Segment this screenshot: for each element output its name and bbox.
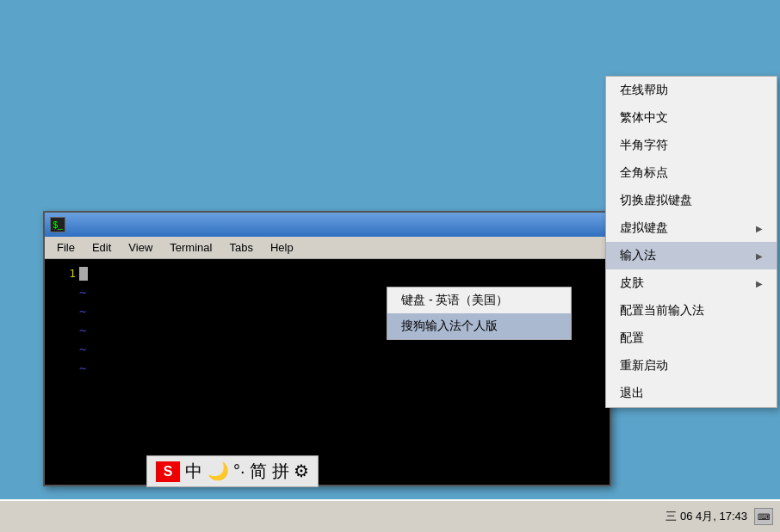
terminal-menubar: File Edit View Terminal Tabs Help: [45, 237, 610, 259]
terminal-gutter: 1: [48, 263, 79, 481]
input-method-popup[interactable]: 键盘 - 英语（美国） 搜狗输入法个人版: [387, 287, 572, 340]
menu-full-width-punct[interactable]: 全角标点: [606, 159, 777, 187]
menu-configure-current[interactable]: 配置当前输入法: [606, 297, 777, 325]
line-number: 1: [48, 264, 76, 283]
menu-restart[interactable]: 重新启动: [606, 352, 777, 380]
ime-text: 中 🌙 °· 简 拼 ⚙: [185, 460, 309, 483]
ime-logo: S: [156, 461, 180, 482]
menu-edit[interactable]: Edit: [84, 239, 120, 256]
menu-online-help[interactable]: 在线帮助: [606, 77, 777, 104]
submenu-arrow-virtual: ▶: [756, 224, 763, 233]
menu-file[interactable]: File: [48, 239, 84, 256]
cursor: [79, 267, 88, 281]
submenu-arrow-input: ▶: [756, 251, 763, 261]
terminal-icon: $_: [50, 217, 65, 232]
menu-terminal[interactable]: Terminal: [161, 239, 220, 256]
menu-half-width[interactable]: 半角字符: [606, 132, 777, 159]
menu-configure[interactable]: 配置: [606, 325, 777, 352]
cursor-line: [79, 264, 606, 283]
menu-virtual-keyboard[interactable]: 虚拟键盘 ▶: [606, 214, 777, 242]
submenu-arrow-skin: ▶: [756, 279, 763, 288]
tilde-5: ~: [79, 359, 606, 378]
taskbar: 三 06 4月, 17:43 ⌨: [0, 499, 780, 532]
keyboard-tray-icon[interactable]: ⌨: [754, 508, 773, 525]
context-menu[interactable]: 在线帮助 繁体中文 半角字符 全角标点 切换虚拟键盘 虚拟键盘 ▶ 输入法 ▶ …: [605, 76, 777, 408]
menu-input-method[interactable]: 输入法 ▶: [606, 242, 777, 269]
terminal-window[interactable]: $_ File Edit View Terminal Tabs Help 1 ~…: [43, 211, 611, 486]
tilde-4: ~: [79, 340, 606, 359]
menu-tabs[interactable]: Tabs: [220, 239, 261, 256]
terminal-titlebar: $_: [45, 213, 610, 237]
input-method-item-sogou[interactable]: 搜狗输入法个人版: [387, 313, 571, 339]
input-method-item-keyboard[interactable]: 键盘 - 英语（美国）: [387, 288, 571, 313]
menu-traditional-chinese[interactable]: 繁体中文: [606, 104, 777, 132]
menu-help[interactable]: Help: [262, 239, 302, 256]
menu-exit[interactable]: 退出: [606, 380, 777, 407]
menu-skin[interactable]: 皮肤 ▶: [606, 269, 777, 297]
menu-view[interactable]: View: [120, 239, 161, 256]
menu-switch-virtual-keyboard[interactable]: 切换虚拟键盘: [606, 187, 777, 214]
ime-bar[interactable]: S 中 🌙 °· 简 拼 ⚙: [146, 455, 319, 487]
taskbar-clock: 三 06 4月, 17:43: [665, 509, 747, 524]
